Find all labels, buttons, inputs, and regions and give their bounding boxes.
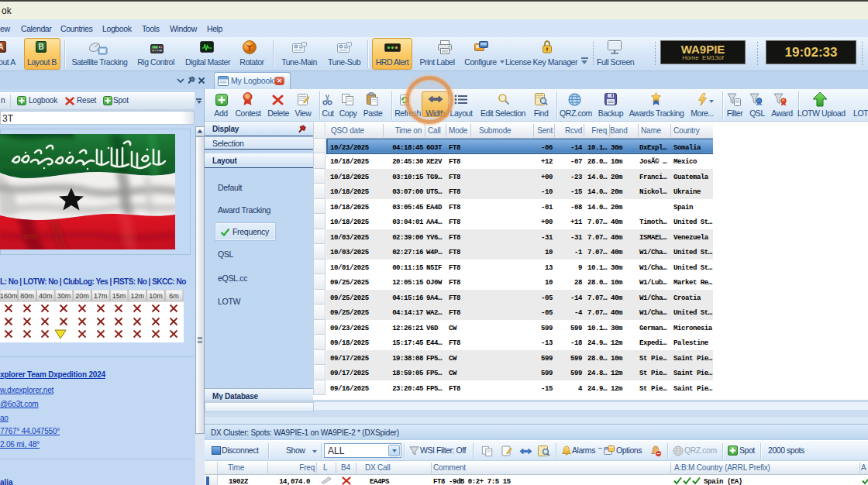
svg-text:20m: 20m bbox=[75, 292, 89, 300]
svg-text:6m: 6m bbox=[169, 292, 179, 300]
svg-text:40m: 40m bbox=[39, 292, 53, 300]
svg-text:12m: 12m bbox=[130, 292, 144, 300]
svg-text:80m: 80m bbox=[20, 292, 34, 300]
svg-text:30m: 30m bbox=[57, 292, 71, 300]
svg-text:160m: 160m bbox=[0, 292, 18, 300]
svg-text:15m: 15m bbox=[112, 292, 126, 300]
svg-text:10m: 10m bbox=[149, 292, 163, 300]
svg-text:17m: 17m bbox=[94, 292, 108, 300]
